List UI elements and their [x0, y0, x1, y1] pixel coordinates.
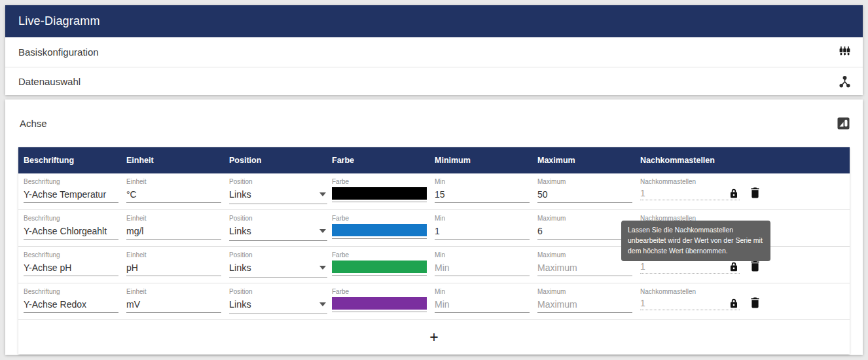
add-axis-row: + — [18, 320, 850, 354]
einheit-input[interactable] — [126, 224, 221, 240]
page: { "app": { "title": "Live-Diagramm" }, "… — [0, 0, 868, 360]
field-label: Min — [435, 178, 537, 185]
field-label: Farbe — [332, 215, 435, 222]
section-label: Basiskonfiguration — [18, 46, 99, 58]
color-picker[interactable] — [332, 297, 427, 312]
axis-panel-head: Achse — [5, 99, 863, 132]
beschriftung-input[interactable] — [24, 297, 118, 313]
field-label: Nachkommastellen — [640, 178, 850, 185]
nachkommastellen-field — [640, 261, 740, 274]
chevron-down-icon — [319, 266, 326, 270]
field-label: Einheit — [126, 288, 229, 295]
color-picker[interactable] — [332, 261, 427, 276]
position-select[interactable]: Links — [229, 224, 327, 241]
field-label: Farbe — [332, 178, 435, 185]
axis-row: Beschriftung Einheit Position Links Farb… — [18, 173, 850, 210]
field-label: Einheit — [126, 215, 229, 222]
nachkommastellen-tooltip: Lassen Sie die Nachkommastellen unbearbe… — [621, 221, 770, 261]
position-select[interactable]: Links — [229, 261, 327, 278]
min-input[interactable] — [435, 187, 530, 203]
add-axis-button[interactable]: + — [429, 330, 438, 345]
field-label: Min — [435, 251, 537, 259]
axis-table-header: Beschriftung Einheit Position Farbe Mini… — [18, 147, 850, 173]
position-value: Links — [229, 299, 251, 310]
field-label: Min — [435, 215, 537, 222]
field-label: Maximum — [537, 288, 640, 295]
trash-icon[interactable] — [750, 297, 760, 308]
config-card: Live-Diagramm Basiskonfiguration Datenau… — [5, 5, 863, 95]
col-nachkommastellen: Nachkommastellen — [640, 156, 850, 165]
field-label: Beschriftung — [24, 251, 126, 259]
maximum-input[interactable] — [537, 224, 632, 240]
chevron-down-icon — [319, 302, 326, 306]
section-basiskonfiguration[interactable]: Basiskonfiguration — [5, 37, 863, 67]
axis-image-icon[interactable] — [837, 117, 850, 130]
einheit-input[interactable] — [126, 297, 221, 313]
lock-icon[interactable] — [730, 262, 738, 272]
page-title: Live-Diagramm — [18, 14, 100, 28]
field-label: Position — [229, 251, 332, 259]
position-value: Links — [229, 262, 251, 273]
axis-panel-title: Achse — [20, 118, 47, 129]
device-hub-icon[interactable] — [838, 75, 852, 88]
position-value: Links — [229, 226, 251, 236]
field-label: Farbe — [332, 288, 435, 295]
field-label: Position — [229, 178, 332, 185]
field-label: Maximum — [537, 178, 640, 185]
beschriftung-input[interactable] — [24, 224, 118, 240]
field-label: Min — [435, 288, 537, 295]
col-minimum: Minimum — [435, 156, 537, 165]
color-swatch — [332, 187, 427, 200]
einheit-input[interactable] — [126, 261, 221, 276]
beschriftung-input[interactable] — [24, 261, 118, 276]
lock-icon[interactable] — [730, 189, 738, 198]
trash-icon[interactable] — [750, 261, 760, 272]
min-input[interactable] — [435, 261, 530, 276]
maximum-input[interactable] — [537, 297, 632, 313]
color-picker[interactable] — [332, 187, 427, 202]
color-swatch — [332, 224, 427, 236]
einheit-input[interactable] — [126, 187, 221, 203]
field-label: Einheit — [126, 178, 229, 185]
color-swatch — [332, 261, 427, 273]
section-label: Datenauswahl — [18, 76, 81, 87]
col-farbe: Farbe — [332, 156, 435, 165]
chevron-down-icon — [319, 229, 326, 233]
position-value: Links — [229, 189, 251, 200]
field-label: Beschriftung — [24, 288, 126, 295]
nachkommastellen-field — [640, 298, 740, 310]
field-label: Einheit — [126, 251, 229, 259]
nachkommastellen-field — [640, 188, 740, 200]
col-position: Position — [229, 156, 332, 165]
field-label: Position — [229, 288, 332, 295]
maximum-input[interactable] — [537, 187, 632, 203]
app-header: Live-Diagramm — [5, 5, 863, 37]
color-picker[interactable] — [332, 224, 427, 239]
min-input[interactable] — [435, 224, 530, 240]
color-swatch — [332, 297, 427, 310]
min-input[interactable] — [435, 297, 530, 313]
position-select[interactable]: Links — [229, 187, 327, 204]
position-select[interactable]: Links — [229, 297, 327, 314]
col-maximum: Maximum — [537, 156, 640, 165]
col-einheit: Einheit — [126, 156, 229, 165]
section-datenauswahl[interactable]: Datenauswahl — [5, 67, 863, 95]
col-beschriftung: Beschriftung — [24, 156, 126, 165]
field-label: Farbe — [332, 251, 435, 259]
field-label: Beschriftung — [24, 178, 126, 185]
chevron-down-icon — [319, 192, 326, 196]
nachkommastellen-input — [640, 188, 712, 198]
trash-icon[interactable] — [750, 187, 760, 198]
nachkommastellen-input — [640, 261, 712, 272]
lock-icon[interactable] — [730, 298, 738, 308]
axis-row: Beschriftung Einheit Position Links Farb… — [18, 283, 850, 320]
tune-icon[interactable] — [838, 45, 852, 59]
field-label: Beschriftung — [24, 215, 126, 222]
beschriftung-input[interactable] — [24, 187, 118, 203]
maximum-input[interactable] — [537, 261, 632, 276]
field-label: Position — [229, 215, 332, 222]
field-label: Nachkommastellen — [640, 288, 850, 295]
nachkommastellen-input — [640, 298, 712, 308]
